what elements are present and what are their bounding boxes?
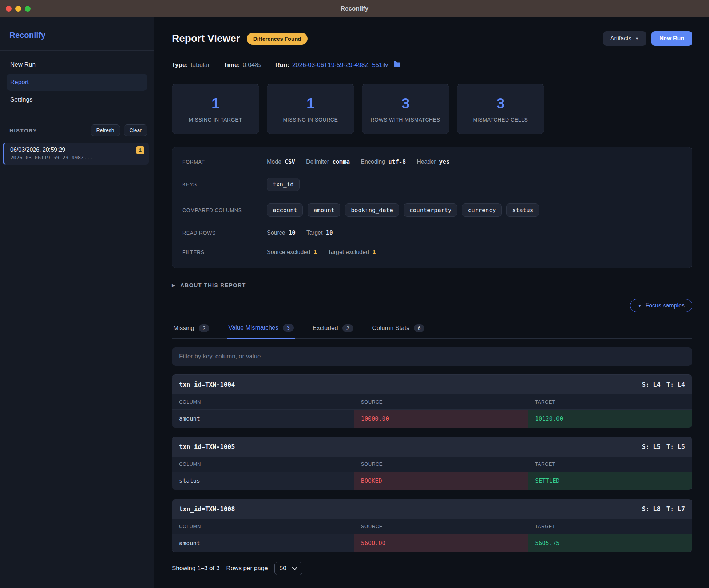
format-mode-value: CSV — [285, 158, 295, 165]
mismatch-card: txn_id=TXN-1005 S: L5 T: L5 COLUMN SOURC… — [172, 437, 692, 490]
detail-label: KEYS — [182, 182, 267, 187]
artifacts-dropdown-button[interactable]: Artifacts ▼ — [603, 31, 646, 46]
artifacts-label: Artifacts — [610, 35, 631, 42]
samples-tabs: Missing 2 Value Mismatches 3 Excluded 2 … — [172, 320, 692, 339]
folder-icon[interactable] — [393, 61, 401, 69]
meta-type: Type: tabular — [172, 61, 210, 69]
filters-target-label: Target excluded — [328, 249, 369, 255]
meta-run: Run: 2026-03-06T19-59-29-498Z_551ilv — [275, 61, 400, 69]
detail-row-keys: KEYS txn_id — [182, 178, 682, 191]
filters-target-value: 1 — [372, 249, 376, 255]
format-header-value: yes — [439, 158, 450, 165]
target-header: TARGET — [528, 519, 692, 534]
close-window-button[interactable] — [6, 6, 12, 12]
chevron-down-icon: ▼ — [638, 303, 642, 308]
stat-card-missing-in-target: 1 MISSING IN TARGET — [172, 84, 259, 134]
key-chip: txn_id — [267, 178, 300, 191]
target-header: TARGET — [528, 394, 692, 409]
rows-per-page-select[interactable]: 50 — [274, 562, 302, 575]
focus-samples-button[interactable]: ▼ Focus samples — [630, 299, 692, 312]
mismatch-column-name: amount — [172, 410, 354, 428]
stat-value: 3 — [401, 95, 409, 112]
source-header: SOURCE — [354, 394, 528, 409]
showing-range-text: Showing 1–3 of 3 — [172, 565, 219, 572]
sidebar-item-new-run[interactable]: New Run — [7, 56, 147, 73]
about-report-toggle[interactable]: ▶ ABOUT THIS REPORT — [172, 282, 692, 288]
stat-label: MISSING IN TARGET — [189, 117, 242, 123]
stat-label: MISMATCHED CELLS — [473, 117, 528, 123]
page-title: Report Viewer — [172, 33, 240, 44]
tab-value-mismatches[interactable]: Value Mismatches 3 — [227, 320, 295, 339]
stat-card-mismatched-cells: 3 MISMATCHED CELLS — [457, 84, 544, 134]
history-clear-button[interactable]: Clear — [124, 124, 147, 136]
mismatch-key: txn_id=TXN-1004 — [179, 381, 235, 388]
status-badge: Differences Found — [247, 33, 308, 45]
rows-per-page-value: 50 — [280, 565, 286, 572]
app-brand: Reconlify — [0, 17, 154, 50]
window-titlebar: Reconlify — [0, 0, 709, 17]
history-item-count-badge: 1 — [136, 146, 144, 154]
column-chip: amount — [308, 203, 340, 217]
mismatch-card-header: txn_id=TXN-1005 S: L5 T: L5 — [172, 437, 692, 457]
detail-label: COMPARED COLUMNS — [182, 207, 267, 213]
mismatch-target-value: 5605.75 — [528, 534, 692, 552]
tab-column-stats[interactable]: Column Stats 6 — [371, 320, 426, 338]
history-refresh-button[interactable]: Refresh — [91, 124, 120, 136]
history-item-date: 06/03/2026, 20:59:29 — [10, 147, 144, 153]
column-chip: currency — [462, 203, 502, 217]
history-section-label: HISTORY — [9, 127, 87, 134]
detail-label: FILTERS — [182, 249, 267, 255]
chevron-down-icon — [292, 567, 297, 570]
mismatch-row: amount 5600.00 5605.75 — [172, 534, 692, 552]
tab-excluded[interactable]: Excluded 2 — [311, 320, 355, 338]
summary-stats: 1 MISSING IN TARGET 1 MISSING IN SOURCE … — [172, 84, 692, 134]
column-chip: status — [506, 203, 539, 217]
sidebar-item-settings[interactable]: Settings — [7, 91, 147, 108]
detail-label: READ ROWS — [182, 230, 267, 236]
mismatch-key: txn_id=TXN-1005 — [179, 443, 235, 450]
column-chip: counterparty — [404, 203, 458, 217]
column-chip: account — [267, 203, 303, 217]
detail-row-read-rows: READ ROWS Source10 Target10 — [182, 229, 682, 236]
meta-type-label: Type: — [172, 61, 188, 69]
mismatch-table-header: COLUMN SOURCE TARGET — [172, 519, 692, 534]
mismatch-source-value: 5600.00 — [354, 534, 528, 552]
filters-source-value: 1 — [313, 249, 317, 255]
main-content: Report Viewer Differences Found Artifact… — [154, 17, 709, 588]
source-line-ref: S: L5 — [642, 443, 661, 450]
stat-card-rows-with-mismatches: 3 ROWS WITH MISMATCHES — [362, 84, 449, 134]
column-header: COLUMN — [172, 394, 354, 409]
column-header: COLUMN — [172, 457, 354, 472]
new-run-button[interactable]: New Run — [651, 31, 692, 46]
tab-label: Missing — [173, 325, 194, 332]
run-id-link[interactable]: 2026-03-06T19-59-29-498Z_551ilv — [292, 61, 388, 69]
format-header-label: Header — [417, 159, 436, 165]
mismatch-column-name: status — [172, 472, 354, 490]
history-list-item[interactable]: 06/03/2026, 20:59:29 2026-03-06T19-59-29… — [3, 143, 149, 165]
tab-missing[interactable]: Missing 2 — [172, 320, 211, 338]
pagination-footer: Showing 1–3 of 3 Rows per page 50 — [172, 562, 692, 575]
zoom-window-button[interactable] — [25, 6, 31, 12]
source-line-ref: S: L4 — [642, 381, 661, 388]
main-header: Report Viewer Differences Found Artifact… — [172, 31, 692, 46]
mismatch-key: txn_id=TXN-1008 — [179, 505, 235, 513]
history-item-run-id: 2026-03-06T19-59-29-498Z... — [10, 155, 144, 160]
stat-value: 1 — [211, 95, 219, 112]
report-details-panel: FORMAT ModeCSV Delimitercomma Encodingut… — [172, 147, 692, 268]
format-encoding-value: utf-8 — [388, 158, 406, 165]
mismatch-row: status BOOKED SETTLED — [172, 472, 692, 490]
meta-time: Time: 0.048s — [223, 61, 261, 69]
minimize-window-button[interactable] — [15, 6, 21, 12]
tab-label: Excluded — [313, 325, 338, 332]
filter-input[interactable] — [172, 347, 692, 366]
meta-time-value: 0.048s — [243, 61, 261, 69]
sidebar-item-report[interactable]: Report — [7, 74, 147, 91]
mismatch-card-header: txn_id=TXN-1004 S: L4 T: L4 — [172, 375, 692, 394]
sidebar-nav: New Run Report Settings — [0, 51, 154, 116]
column-chip: booking_date — [345, 203, 399, 217]
detail-row-compared-columns: COMPARED COLUMNS account amount booking_… — [182, 203, 682, 217]
filters-source-label: Source excluded — [267, 249, 310, 255]
meta-time-label: Time: — [223, 61, 240, 69]
target-line-ref: T: L7 — [666, 505, 685, 513]
mismatch-target-value: 10120.00 — [528, 410, 692, 428]
